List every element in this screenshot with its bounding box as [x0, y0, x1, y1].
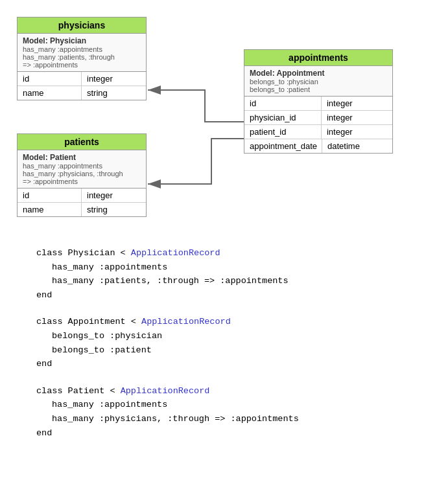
col-name: id: [244, 97, 322, 110]
code-text: class Appointment <: [36, 317, 141, 326]
patients-meta: Model: Patient has_many :appointments ha…: [18, 150, 146, 189]
code-line: end: [36, 426, 416, 441]
col-name: patient_id: [244, 125, 322, 139]
appointments-row-patient-id: patient_id integer: [244, 125, 392, 139]
patients-header: patients: [18, 134, 146, 150]
appointments-entity: appointments Model: Appointment belongs_…: [244, 49, 393, 154]
code-line: belongs_to :physician: [36, 329, 416, 343]
code-line: end: [36, 357, 416, 371]
code-line: has_many :appointments: [36, 260, 416, 275]
col-type: string: [82, 86, 146, 100]
appointment-class-block: class Appointment < ApplicationRecord be…: [36, 315, 416, 371]
code-line: end: [36, 288, 416, 303]
code-line: has_many :appointments: [36, 398, 416, 412]
col-name: physician_id: [244, 111, 322, 124]
col-name: id: [18, 72, 82, 86]
col-name: appointment_date: [244, 139, 322, 153]
appointments-header: appointments: [244, 50, 392, 66]
appointments-meta: Model: Appointment belongs_to :physician…: [244, 66, 392, 97]
physicians-meta: Model: Physician has_many :appointments …: [18, 34, 146, 72]
physician-class-block: class Physician < ApplicationRecord has_…: [36, 246, 416, 302]
appointments-row-physician-id: physician_id integer: [244, 111, 392, 125]
col-type: integer: [82, 189, 146, 202]
patient-class-block: class Patient < ApplicationRecord has_ma…: [36, 384, 416, 440]
patients-row-id: id integer: [18, 189, 146, 203]
col-name: name: [18, 203, 82, 216]
code-line: class Patient < ApplicationRecord: [36, 384, 416, 398]
physicians-row-id: id integer: [18, 72, 146, 86]
physicians-header: physicians: [18, 17, 146, 34]
patients-entity: patients Model: Patient has_many :appoin…: [17, 133, 147, 217]
code-text: class Patient <: [36, 386, 121, 396]
appointments-row-date: appointment_date datetime: [244, 139, 392, 153]
code-line: class Physician < ApplicationRecord: [36, 246, 416, 260]
col-name: id: [18, 189, 82, 202]
col-type: string: [82, 203, 146, 216]
code-line: class Appointment < ApplicationRecord: [36, 315, 416, 329]
patients-row-name: name string: [18, 203, 146, 216]
col-name: name: [18, 86, 82, 100]
code-classname: ApplicationRecord: [131, 248, 220, 258]
code-line: belongs_to :patient: [36, 343, 416, 358]
col-type: integer: [322, 111, 392, 124]
col-type: datetime: [322, 139, 392, 153]
code-line: has_many :patients, :through => :appoint…: [36, 274, 416, 288]
code-classname: ApplicationRecord: [121, 386, 210, 396]
appointments-row-id: id integer: [244, 97, 392, 111]
col-type: integer: [322, 125, 392, 139]
erd-diagram: physicians Model: Physician has_many :ap…: [10, 10, 412, 231]
physicians-entity: physicians Model: Physician has_many :ap…: [17, 17, 147, 100]
code-line: has_many :physicians, :through => :appoi…: [36, 412, 416, 426]
col-type: integer: [322, 97, 392, 110]
col-type: integer: [82, 72, 146, 86]
code-classname: ApplicationRecord: [141, 317, 231, 326]
code-text: class Physician <: [36, 248, 131, 258]
physicians-row-name: name string: [18, 86, 146, 100]
code-section: class Physician < ApplicationRecord has_…: [10, 246, 416, 440]
